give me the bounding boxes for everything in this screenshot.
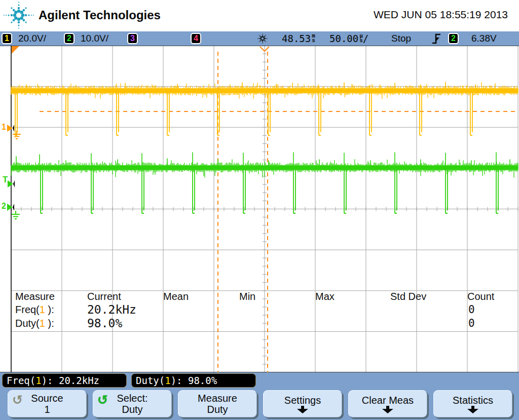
- ch3-badge: 3: [127, 33, 138, 44]
- time-position: 48.53 ms: [282, 31, 315, 46]
- ch1-ground-icon: [12, 131, 22, 141]
- softkey-select[interactable]: ↺ Select: Duty: [93, 390, 172, 417]
- brand-title: Agilent Technologies: [39, 8, 161, 22]
- measure-row-count: 0: [468, 317, 475, 329]
- agilent-logo-icon: [3, 1, 34, 31]
- trigger-level-marker: T: [3, 176, 8, 184]
- ch1-scale: 20.0V/: [18, 31, 46, 46]
- bottom-bar: Freq(1 ): 20.2kHz Duty(1 ): 98.0% ↺ Sour…: [0, 372, 519, 420]
- status-bar: 1 20.0V/ 2 10.0V/ 3 4 48.5: [0, 31, 519, 46]
- ch2-ground-marker: 2: [2, 202, 6, 210]
- menu-down-arrow-icon: [466, 406, 480, 413]
- waveform-display: [0, 0, 519, 420]
- rotary-knob-icon: ↺: [97, 394, 108, 406]
- ch2-marker-arrow-icon: [7, 204, 14, 211]
- measure-row-count: 0: [468, 303, 475, 316]
- trigger-source-badge: 2: [448, 33, 459, 44]
- header: Agilent Technologies WED JUN 05 18:55:19…: [0, 0, 519, 31]
- measure-col-header: Mean: [163, 291, 189, 302]
- ch1-ground-marker: 1: [2, 123, 6, 131]
- trigger-edge-icon: [431, 31, 442, 46]
- softkey-source[interactable]: ↺ Source 1: [8, 390, 87, 417]
- datetime: WED JUN 05 18:55:19 2013: [374, 9, 508, 21]
- ch2-badge: 2: [64, 33, 75, 44]
- trigger-marker-arrow-icon: [8, 180, 15, 187]
- measure-col-header: Std Dev: [390, 291, 426, 302]
- ch4-badge: 4: [191, 33, 201, 44]
- ch2-ground-icon: [11, 211, 21, 221]
- menu-down-arrow-icon: [295, 406, 310, 413]
- readout-freq: Freq(1 ): 20.2kHz: [2, 373, 127, 388]
- timebase: 50.00 µs /: [329, 31, 368, 46]
- readout-duty: Duty(1 ): 98.0%: [131, 373, 256, 388]
- softkey-settings[interactable]: Settings: [263, 390, 342, 417]
- measure-row-current: 98.0%: [87, 317, 122, 330]
- softkey-clear-meas[interactable]: Clear Meas: [348, 390, 427, 417]
- measure-row-label: Freq(1 ):: [15, 304, 54, 316]
- trigger-level: 6.38V: [471, 31, 497, 46]
- rotary-knob-icon: ↺: [12, 394, 23, 406]
- oscilloscope-screen: Agilent Technologies WED JUN 05 18:55:19…: [0, 0, 519, 420]
- measure-row-current: 20.2kHz: [87, 303, 136, 316]
- measure-row-label: Duty(1 ):: [15, 318, 54, 329]
- measure-col-header: Measure: [15, 291, 55, 302]
- ch1-badge: 1: [2, 33, 12, 44]
- measure-col-header: Max: [315, 291, 335, 302]
- softkey-statistics[interactable]: Statistics: [433, 390, 512, 417]
- menu-down-arrow-icon: [381, 406, 395, 413]
- ch2-scale: 10.0V/: [81, 31, 108, 46]
- measure-col-header: Count: [467, 291, 494, 302]
- softkey-measure[interactable]: Measure Duty: [178, 390, 257, 417]
- measure-col-header: Min: [239, 291, 255, 302]
- measure-col-header: Current: [87, 291, 121, 302]
- acquisition-splat-icon: [255, 31, 270, 46]
- run-state: Stop: [391, 31, 411, 46]
